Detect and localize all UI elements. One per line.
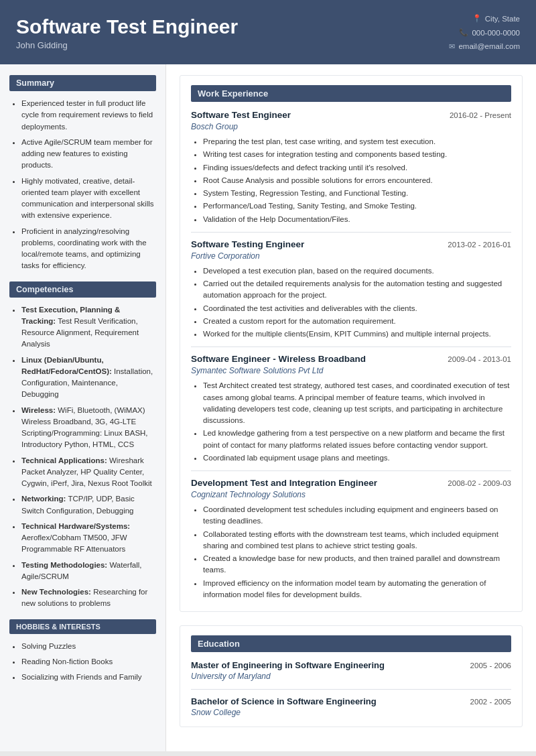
list-item: Highly motivated, creative, detail-orien…: [21, 176, 156, 222]
summary-section: Summary Experienced tester in full produ…: [9, 75, 156, 272]
education-section: Education Master of Engineering in Softw…: [180, 625, 523, 727]
summary-list: Experienced tester in full product life …: [9, 98, 156, 272]
list-item: Socializing with Friends and Family: [21, 672, 156, 683]
list-item: Active Agile/SCRUM team member for addin…: [21, 137, 156, 172]
divider: [191, 470, 511, 471]
list-item: Improved efficiency on the information m…: [203, 578, 511, 601]
edu-1-school: Snow College: [191, 708, 511, 717]
list-item: Linux (Debian/Ubuntu, RedHat/Fedora/Cent…: [21, 355, 156, 401]
job-2: Software Engineer - Wireless Broadband 2…: [191, 354, 511, 464]
list-item: Root Cause Analysis and possible solutio…: [203, 175, 511, 186]
list-item: Wireless: WiFi, Bluetooth, (WiMAX) Wirel…: [21, 405, 156, 451]
comp-bold: Technical Hardware/Systems:: [21, 522, 130, 530]
competencies-list: Test Execution, Planning & Tracking: Tes…: [9, 304, 156, 610]
job-0: Software Test Engineer 2016-02 - Present…: [191, 110, 511, 225]
list-item: Performance/Load Testing, Sanity Testing…: [203, 200, 511, 212]
header-right: 📍 City, State 📞 000-000-0000 ✉ email@ema…: [449, 12, 520, 54]
list-item: Writing test cases for integration testi…: [203, 149, 511, 160]
phone-text: 000-000-0000: [472, 26, 520, 40]
contact-phone: 📞 000-000-0000: [449, 26, 520, 40]
list-item: Technical Applications: Wireshark Packet…: [21, 455, 156, 490]
comp-bold: Testing Methodologies:: [21, 561, 107, 569]
job-0-dates: 2016-02 - Present: [450, 111, 511, 119]
job-0-bullets: Preparing the test plan, test case writi…: [191, 136, 511, 225]
edu-1: Bachelor of Science in Software Engineer…: [191, 696, 511, 717]
list-item: Created a knowledge base for new product…: [203, 553, 511, 576]
hobbies-section: HOBBIES & INTERESTS Solving Puzzles Read…: [9, 619, 156, 684]
comp-bold: Technical Applications:: [21, 456, 107, 464]
list-item: Validation of the Help Documentation/Fil…: [203, 214, 511, 225]
header: Software Test Engineer John Gidding 📍 Ci…: [0, 0, 536, 64]
job-1-company: Fortive Corporation: [191, 251, 511, 261]
edu-1-header: Bachelor of Science in Software Engineer…: [191, 696, 511, 706]
job-2-header: Software Engineer - Wireless Broadband 2…: [191, 354, 511, 364]
divider: [191, 232, 511, 233]
list-item: Networking: TCP/IP, UDP, Basic Switch Co…: [21, 493, 156, 517]
list-item: Test Architect created test strategy, au…: [203, 380, 511, 426]
job-0-header: Software Test Engineer 2016-02 - Present: [191, 110, 511, 120]
job-1-title: Software Testing Engineer: [191, 239, 304, 249]
hobbies-list: Solving Puzzles Reading Non-fiction Book…: [9, 641, 156, 684]
comp-bold: New Technologies:: [21, 588, 91, 596]
competencies-title: Competencies: [9, 281, 156, 298]
header-left: Software Test Engineer John Gidding: [16, 15, 238, 50]
edu-0: Master of Engineering in Software Engine…: [191, 660, 511, 681]
job-1-bullets: Developed a test execution plan, based o…: [191, 265, 511, 340]
list-item: Preparing the test plan, test case writi…: [203, 136, 511, 147]
main-content: Work Experience Software Test Engineer 2…: [166, 64, 536, 751]
list-item: Technical Hardware/Systems: Aeroflex/Cob…: [21, 521, 156, 556]
list-item: System Testing, Regression Testing, and …: [203, 188, 511, 199]
summary-title: Summary: [9, 75, 156, 91]
email-text: email@email.com: [458, 40, 520, 54]
edu-0-degree: Master of Engineering in Software Engine…: [191, 660, 385, 670]
phone-icon: 📞: [459, 26, 468, 40]
list-item: Led knowledge gathering from a test pers…: [203, 428, 511, 451]
list-item: Created a custom report for the automati…: [203, 316, 511, 327]
job-3-company: Cognizant Technology Solutions: [191, 490, 511, 499]
list-item: Coordinated lab equipment usage plans an…: [203, 452, 511, 464]
list-item: Experienced tester in full product life …: [21, 98, 156, 133]
job-2-bullets: Test Architect created test strategy, au…: [191, 380, 511, 464]
comp-bold: Linux (Debian/Ubuntu, RedHat/Fedora/Cent…: [21, 356, 112, 375]
list-item: Solving Puzzles: [21, 641, 156, 652]
job-3-bullets: Coordinated development test schedules i…: [191, 504, 511, 601]
list-item: Coordinated development test schedules i…: [203, 504, 511, 527]
divider: [191, 346, 511, 347]
job-1-header: Software Testing Engineer 2013-02 - 2016…: [191, 239, 511, 249]
candidate-name: Software Test Engineer: [16, 15, 238, 38]
edu-1-dates: 2002 - 2005: [470, 698, 511, 706]
list-item: Carried out the detailed requirements an…: [203, 278, 511, 302]
job-1: Software Testing Engineer 2013-02 - 2016…: [191, 239, 511, 340]
contact-location: 📍 City, State: [449, 12, 520, 26]
edu-0-school: University of Maryland: [191, 672, 511, 681]
comp-bold: Networking:: [21, 495, 66, 503]
divider: [191, 689, 511, 690]
sidebar: Summary Experienced tester in full produ…: [0, 64, 166, 751]
job-3: Development Test and Integration Enginee…: [191, 478, 511, 601]
job-3-title: Development Test and Integration Enginee…: [191, 478, 377, 488]
job-0-company: Bosch Group: [191, 122, 511, 131]
list-item: Proficient in analyzing/resolving proble…: [21, 226, 156, 272]
edu-0-header: Master of Engineering in Software Engine…: [191, 660, 511, 670]
list-item: New Technologies: Researching for new so…: [21, 586, 156, 610]
resume-wrapper: Software Test Engineer John Gidding 📍 Ci…: [0, 0, 536, 751]
education-title: Education: [191, 635, 511, 652]
list-item: Coordinated the test activities and deli…: [203, 303, 511, 314]
work-experience-title: Work Experience: [191, 85, 511, 102]
work-experience-section: Work Experience Software Test Engineer 2…: [180, 75, 523, 612]
job-3-header: Development Test and Integration Enginee…: [191, 478, 511, 488]
comp-bold: Wireless:: [21, 406, 56, 414]
list-item: Reading Non-fiction Books: [21, 656, 156, 668]
contact-email: ✉ email@email.com: [449, 40, 520, 54]
location-text: City, State: [485, 12, 520, 26]
job-1-dates: 2013-02 - 2016-01: [448, 241, 511, 249]
job-2-dates: 2009-04 - 2013-01: [448, 355, 511, 363]
job-2-company: Symantec Software Solutions Pvt Ltd: [191, 366, 511, 375]
list-item: Finding issues/defects and defect tracki…: [203, 162, 511, 174]
competencies-section: Competencies Test Execution, Planning & …: [9, 281, 156, 610]
job-0-title: Software Test Engineer: [191, 110, 291, 120]
list-item: Testing Methodologies: Waterfall, Agile/…: [21, 560, 156, 583]
edu-1-degree: Bachelor of Science in Software Engineer…: [191, 696, 377, 706]
job-3-dates: 2008-02 - 2009-03: [448, 479, 511, 487]
hobbies-title: HOBBIES & INTERESTS: [9, 619, 156, 634]
